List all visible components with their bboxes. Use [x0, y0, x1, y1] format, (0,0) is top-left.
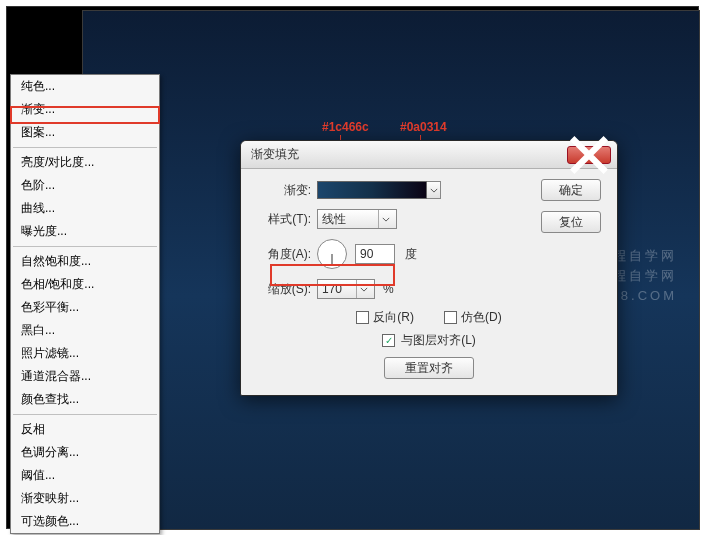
style-value: 线性: [322, 211, 378, 228]
menu-color-balance[interactable]: 色彩平衡...: [11, 296, 159, 319]
style-label: 样式(T):: [257, 211, 317, 228]
anno-color2: #0a0314: [400, 120, 447, 134]
gradient-dropdown[interactable]: [427, 181, 441, 199]
menu-hue-sat[interactable]: 色相/饱和度...: [11, 273, 159, 296]
menu-channel-mixer[interactable]: 通道混合器...: [11, 365, 159, 388]
angle-input[interactable]: 90: [355, 244, 395, 264]
close-button[interactable]: [567, 146, 611, 164]
dither-label: 仿色(D): [461, 309, 502, 326]
gradient-preview[interactable]: [317, 181, 427, 199]
angle-label: 角度(A):: [257, 246, 317, 263]
menu-levels[interactable]: 色阶...: [11, 174, 159, 197]
style-select[interactable]: 线性: [317, 209, 397, 229]
menu-vibrance[interactable]: 自然饱和度...: [11, 250, 159, 273]
percent-label: %: [383, 282, 394, 296]
menu-pattern[interactable]: 图案...: [11, 121, 159, 144]
menu-photo-filter[interactable]: 照片滤镜...: [11, 342, 159, 365]
menu-invert[interactable]: 反相: [11, 418, 159, 441]
align-label: 与图层对齐(L): [401, 332, 476, 349]
menu-black-white[interactable]: 黑白...: [11, 319, 159, 342]
menu-threshold[interactable]: 阈值...: [11, 464, 159, 487]
reset-button[interactable]: 复位: [541, 211, 601, 233]
gradient-label: 渐变:: [257, 182, 317, 199]
realign-button[interactable]: 重置对齐: [384, 357, 474, 379]
menu-posterize[interactable]: 色调分离...: [11, 441, 159, 464]
scale-value: 170: [322, 282, 356, 296]
menu-brightness[interactable]: 亮度/对比度...: [11, 151, 159, 174]
degree-label: 度: [405, 246, 417, 263]
menu-sep: [13, 147, 157, 148]
dither-checkbox[interactable]: [444, 311, 457, 324]
chevron-down-icon: [430, 188, 438, 193]
menu-sep: [13, 414, 157, 415]
dialog-title: 渐变填充: [241, 146, 299, 163]
menu-exposure[interactable]: 曝光度...: [11, 220, 159, 243]
menu-gradient-map[interactable]: 渐变映射...: [11, 487, 159, 510]
gradient-fill-dialog: 渐变填充 确定 复位 渐变: 样式(T): 线性 角度(A):: [240, 140, 618, 396]
angle-dial[interactable]: [317, 239, 347, 269]
adjustment-layer-menu: 纯色... 渐变... 图案... 亮度/对比度... 色阶... 曲线... …: [10, 74, 160, 534]
anno-color1: #1c466c: [322, 120, 369, 134]
ok-button[interactable]: 确定: [541, 179, 601, 201]
scale-label: 缩放(S):: [257, 281, 317, 298]
chevron-down-icon: [382, 217, 390, 222]
menu-solid-color[interactable]: 纯色...: [11, 75, 159, 98]
menu-color-lookup[interactable]: 颜色查找...: [11, 388, 159, 411]
reverse-label: 反向(R): [373, 309, 414, 326]
align-checkbox[interactable]: ✓: [382, 334, 395, 347]
menu-curves[interactable]: 曲线...: [11, 197, 159, 220]
titlebar[interactable]: 渐变填充: [241, 141, 617, 169]
menu-selective-color[interactable]: 可选颜色...: [11, 510, 159, 533]
menu-gradient[interactable]: 渐变...: [11, 98, 159, 121]
scale-input[interactable]: 170: [317, 279, 375, 299]
chevron-down-icon: [360, 287, 368, 292]
menu-sep: [13, 246, 157, 247]
reverse-checkbox[interactable]: [356, 311, 369, 324]
